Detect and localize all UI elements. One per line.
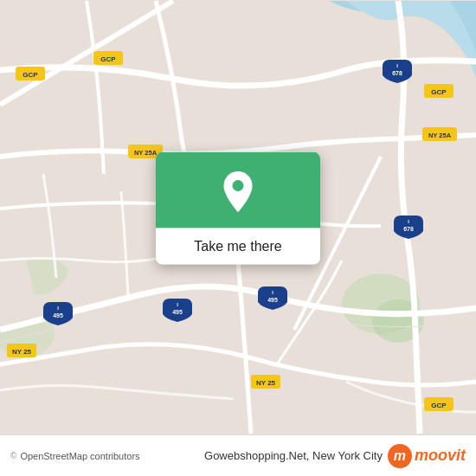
location-pin-icon xyxy=(217,170,259,215)
footer-left: © OpenStreetMap contributors xyxy=(10,451,140,461)
take-me-there-button[interactable]: Take me there xyxy=(156,228,320,265)
moovit-m-icon: m xyxy=(388,444,412,468)
app: GCP GCP GCP GCP NY 25A NY 25A NY 25 NY 2… xyxy=(0,0,476,476)
footer-attribution: OpenStreetMap contributors xyxy=(20,451,139,461)
svg-text:GCP: GCP xyxy=(431,88,447,96)
footer-bar: © OpenStreetMap contributors Gowebshoppi… xyxy=(0,434,476,476)
copyright-icon: © xyxy=(10,451,16,460)
svg-text:GCP: GCP xyxy=(431,402,447,409)
moovit-brand-text: moovit xyxy=(415,447,466,465)
svg-text:NY 25: NY 25 xyxy=(256,379,276,387)
svg-text:678: 678 xyxy=(392,70,402,76)
svg-text:GCP: GCP xyxy=(100,55,116,63)
map-container: GCP GCP GCP GCP NY 25A NY 25A NY 25 NY 2… xyxy=(0,0,476,434)
popup-green-area xyxy=(156,152,320,228)
footer-city: Gowebshopping.Net, New York City xyxy=(204,449,383,462)
popup-card[interactable]: Take me there xyxy=(156,152,320,265)
svg-text:495: 495 xyxy=(172,309,183,315)
svg-text:495: 495 xyxy=(53,312,63,318)
svg-text:678: 678 xyxy=(403,226,414,232)
footer-brand: Gowebshopping.Net, New York City m moovi… xyxy=(204,444,466,468)
svg-point-31 xyxy=(233,180,244,191)
svg-text:NY 25A: NY 25A xyxy=(428,132,452,139)
svg-text:GCP: GCP xyxy=(23,71,38,79)
svg-text:NY 25: NY 25 xyxy=(12,348,32,356)
svg-text:495: 495 xyxy=(267,297,278,303)
moovit-logo: m moovit xyxy=(388,444,466,468)
svg-text:NY 25A: NY 25A xyxy=(134,149,158,157)
